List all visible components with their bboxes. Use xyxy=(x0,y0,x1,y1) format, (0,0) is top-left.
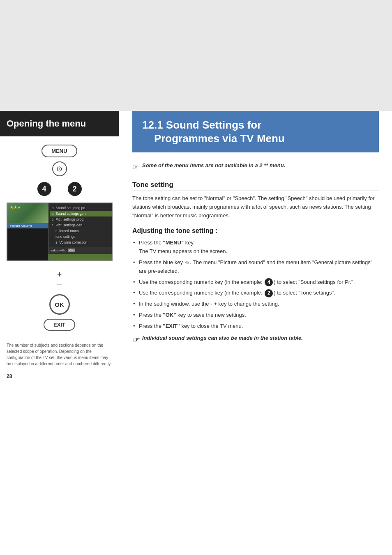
page-container: Opening the menu MENU ⊙ 4 xyxy=(0,0,392,555)
tv-menu-sub-tone-settings: tone settings xyxy=(54,234,112,240)
exit-button-diagram: EXIT xyxy=(44,319,75,331)
adjusting-title: Adjusting the tone setting : xyxy=(132,227,379,235)
tv-menu-tv-label: TV-Menu xyxy=(7,228,7,261)
tv-menu-sub-items: 3forced mono tone settings 1Volume corre… xyxy=(52,228,112,245)
badge-2: 2 xyxy=(265,289,273,297)
note-icon: ☞ xyxy=(132,163,139,172)
right-header-title: 12.1 Sound Settings for Programmes via T… xyxy=(142,118,369,145)
tv-menu-left-sidebar: ★★★ Picture-Volume TV-Menu AV devices St… xyxy=(7,203,48,260)
top-gray-area xyxy=(0,0,392,111)
tv-menu-stars: ★★★ xyxy=(10,205,21,210)
tv-menu-right-sound-gen: 3Sound settings gen. xyxy=(50,211,112,216)
left-column: Opening the menu MENU ⊙ 4 xyxy=(0,111,119,555)
note-box: ☞ Some of the menu items are not availab… xyxy=(132,160,379,174)
left-diagram: MENU ⊙ 4 2 xyxy=(0,136,119,335)
tv-menu-ok-label: OK xyxy=(68,249,75,252)
opening-menu-title: Opening the menu xyxy=(7,118,86,129)
ok-button-diagram: OK xyxy=(49,294,70,315)
num-4-badge: 4 xyxy=(37,182,51,196)
instruction-item-6: Press the "OK" key to save the new setti… xyxy=(132,311,379,320)
page-number: 28 xyxy=(0,370,119,386)
tv-menu-right-panel: 3Sound set. prog.po. 3Sound settings gen… xyxy=(48,203,112,247)
menu-button-diagram: MENU xyxy=(42,145,77,157)
tv-menu-screenshot: ★★★ Picture-Volume TV-Menu AV devices St… xyxy=(7,203,113,261)
tv-menu-sub-forced-mono: 3forced mono xyxy=(54,228,112,234)
minus-symbol: – xyxy=(57,279,62,288)
main-content: Opening the menu MENU ⊙ 4 xyxy=(0,111,392,555)
instruction-item-3: Use the corresponding numeric key (in th… xyxy=(132,278,379,287)
tv-menu-picture-volume: Picture-Volume xyxy=(7,223,48,228)
tv-menu-sub-volume-correction: 1Volume correction xyxy=(54,240,112,245)
number-row: 4 2 xyxy=(37,182,82,196)
plus-minus-control: + – xyxy=(57,270,62,288)
left-footer-note: The number of subjects and sections depe… xyxy=(0,335,119,370)
right-column: 12.1 Sound Settings for Programmes via T… xyxy=(119,111,392,555)
tv-menu-right-pict-prog: 2Pict. settings prog. xyxy=(50,216,112,222)
tone-setting-title: Tone setting xyxy=(132,181,379,191)
num-2-badge: 2 xyxy=(68,182,82,196)
circle-icon: ⊙ xyxy=(56,164,62,173)
italic-note-icon: ☞ xyxy=(132,335,139,344)
tv-menu-right-pict-gen: 1Pict. settings gen. xyxy=(50,222,112,228)
italic-note-text: Individual sound settings can also be ma… xyxy=(142,335,303,341)
blue-key-circle: ⊙ xyxy=(52,161,67,176)
instruction-item-1: Press the "MENU" key.The TV menu appears… xyxy=(132,239,379,256)
left-header: Opening the menu xyxy=(0,111,119,136)
instruction-item-7: Press the "EXIT" key to close the TV men… xyxy=(132,322,379,331)
instruction-item-5: In the setting window, use the - + key t… xyxy=(132,300,379,309)
note-text: Some of the menu items are not available… xyxy=(142,162,285,168)
instruction-item-2: Press the blue key ☺. The menu "Picture … xyxy=(132,258,379,276)
instructions-list: Press the "MENU" key.The TV menu appears… xyxy=(132,239,379,330)
tone-setting-body: The tone setting can be set to "Normal" … xyxy=(132,194,379,220)
plus-symbol: + xyxy=(57,270,62,279)
tv-menu-right-sound-prog: 3Sound set. prog.po. xyxy=(50,205,112,211)
instruction-item-4: Use the corresponding numeric key (in th… xyxy=(132,289,379,297)
badge-4: 4 xyxy=(265,278,273,286)
tv-menu-image: ★★★ xyxy=(7,203,48,223)
right-header: 12.1 Sound Settings for Programmes via T… xyxy=(132,111,379,152)
italic-note: ☞ Individual sound settings can also be … xyxy=(132,335,379,344)
